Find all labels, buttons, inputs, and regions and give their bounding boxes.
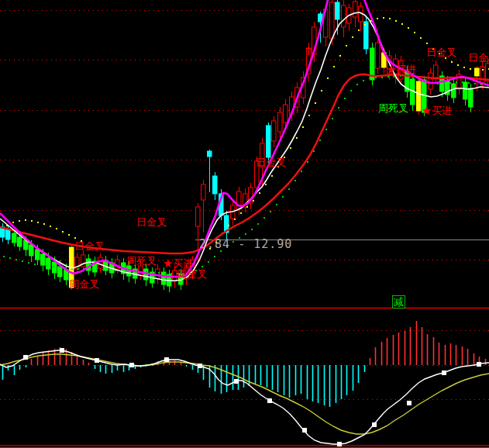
green-dot: [294, 180, 296, 181]
yellow-dot: [463, 67, 465, 68]
dif-marker: [198, 364, 202, 368]
signal-label: 周金叉: [69, 278, 99, 290]
yellow-dot: [68, 234, 70, 236]
yellow-dot: [290, 147, 291, 149]
yellow-dot: [25, 219, 26, 221]
yellow-dot: [352, 36, 353, 38]
green-dot: [301, 171, 302, 172]
green-dot: [164, 273, 166, 274]
dif-marker: [234, 379, 239, 384]
candle-body: [284, 105, 288, 122]
yellow-dot: [62, 231, 64, 233]
yellow-dot: [240, 212, 242, 214]
yellow-dot: [271, 175, 273, 177]
green-dot: [15, 259, 17, 260]
green-dot: [108, 269, 110, 271]
yellow-dot: [31, 220, 33, 222]
dif-marker: [129, 363, 134, 367]
dif-marker: [95, 358, 99, 363]
yellow-dot: [246, 206, 248, 208]
candle-body: [139, 266, 143, 275]
green-dot: [3, 256, 5, 257]
green-dot: [468, 82, 470, 84]
candle-body: [376, 43, 381, 68]
candle-body: [41, 254, 46, 265]
stock-chart-canvas: 日金叉日金叉周死叉★买进周金叉周金叉日金叉T★买进日金叉周死叉★买进日金叉: [0, 0, 489, 448]
candle-body: [272, 121, 277, 141]
candle-body: [12, 233, 17, 243]
green-dot: [412, 78, 414, 79]
dif-marker: [477, 362, 481, 367]
candle-body: [6, 229, 11, 240]
dea-line: [0, 354, 489, 434]
green-dot: [220, 250, 222, 252]
dif-marker: [442, 370, 446, 375]
yellow-dot: [43, 223, 45, 225]
green-dot: [387, 76, 389, 78]
green-dot: [276, 204, 277, 205]
reduce-flag-badge[interactable]: 减: [392, 295, 405, 308]
dotted-ma-overlays: [3, 17, 489, 274]
green-dot: [77, 268, 79, 270]
candle-body: [36, 250, 40, 260]
green-dot: [232, 241, 234, 243]
candle-body: [342, 5, 346, 27]
yellow-dot: [253, 200, 254, 202]
yellow-dot: [426, 43, 428, 44]
yellow-dot: [358, 29, 360, 31]
green-dot: [59, 267, 60, 268]
yellow-dot: [470, 68, 471, 70]
ma-line-magenta: [0, 0, 489, 277]
ma-line-red: [0, 74, 489, 253]
green-dot: [332, 118, 333, 119]
green-dot: [28, 262, 29, 264]
yellow-dot: [259, 192, 260, 194]
yellow-dot: [302, 126, 304, 128]
dif-marker: [164, 357, 169, 362]
signal-label: 日金叉: [136, 216, 167, 228]
signal-label: ★买进: [386, 64, 416, 75]
green-dot: [201, 266, 203, 267]
yellow-dot: [377, 18, 378, 19]
yellow-dot: [389, 18, 391, 19]
signal-label: 日金叉: [468, 52, 489, 64]
green-dot: [9, 257, 11, 259]
yellow-dot: [482, 69, 484, 71]
yellow-dot: [364, 24, 366, 26]
green-dot: [363, 80, 364, 81]
dif-marker: [407, 401, 412, 405]
yellow-dot: [50, 226, 51, 227]
yellow-dot: [296, 137, 298, 139]
yellow-dot: [56, 228, 57, 229]
green-dot: [257, 223, 259, 225]
candle-body: [201, 184, 206, 200]
yellow-dot: [451, 61, 453, 63]
green-dot: [96, 268, 98, 270]
candle-body: [364, 22, 369, 49]
yellow-dot: [395, 20, 397, 22]
yellow-dot: [209, 248, 211, 250]
signal-label: ★买进: [163, 257, 193, 269]
green-dot: [356, 84, 358, 85]
signal-label: T: [305, 46, 312, 57]
green-dot: [474, 83, 476, 84]
green-dot: [263, 217, 265, 219]
moving-average-lines: [0, 0, 489, 281]
yellow-dot: [12, 222, 14, 223]
green-dot: [443, 83, 445, 84]
signal-label: 日金叉: [74, 240, 105, 252]
yellow-dot: [457, 64, 459, 66]
green-dot: [34, 264, 36, 265]
green-dot: [90, 268, 91, 270]
yellow-dot: [327, 78, 329, 79]
yellow-dot: [339, 55, 341, 57]
candle-body: [434, 65, 439, 78]
signal-label: ★买进: [422, 105, 452, 116]
candle-body: [213, 176, 218, 194]
green-dot: [102, 269, 104, 271]
green-dot: [319, 140, 321, 141]
green-dot: [282, 196, 284, 198]
signal-label: 日金叉: [426, 47, 456, 58]
green-dot: [288, 188, 290, 190]
candle-body: [46, 258, 51, 269]
